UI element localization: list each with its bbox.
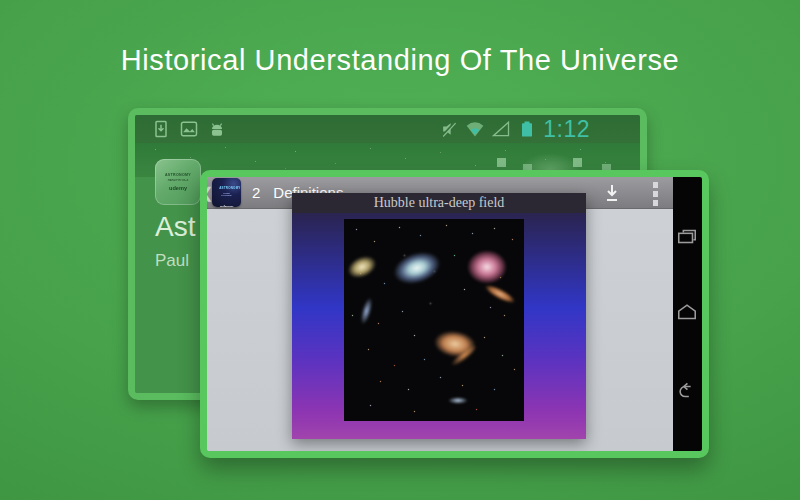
status-bar: 1:12 (135, 115, 640, 143)
galaxy-blob (448, 397, 468, 404)
starfield-speckles (135, 143, 136, 144)
star-mark (497, 158, 506, 167)
slide-title-strip: Hubble ultra-deep field (292, 193, 586, 213)
battery-icon (517, 118, 537, 140)
slide-gradient-body (292, 213, 586, 439)
download-icon (151, 118, 171, 140)
back-button[interactable] (676, 381, 698, 403)
galaxy-blob (467, 250, 507, 284)
star-dots (344, 219, 345, 220)
app-icon-button[interactable]: ASTRONOMY HARD PHYSICS udemy (212, 178, 241, 207)
galaxy-blob (344, 252, 380, 283)
galaxy-blob (358, 296, 374, 325)
hubble-deep-field-image (344, 219, 524, 421)
galaxy-blob (390, 246, 445, 289)
download-button[interactable] (602, 183, 622, 203)
home-button[interactable] (676, 301, 698, 323)
gallery-icon (179, 118, 199, 140)
overflow-menu-button[interactable] (648, 179, 662, 207)
promo-stage: Historical Understanding Of The Universe (0, 0, 800, 500)
page-title: Historical Understanding Of The Universe (0, 44, 800, 77)
front-device-frame: ❮ ASTRONOMY HARD PHYSICS udemy 2Definiti… (200, 170, 709, 458)
recent-apps-button[interactable] (676, 226, 698, 248)
front-device-screen: ❮ ASTRONOMY HARD PHYSICS udemy 2Definiti… (207, 177, 702, 451)
slide-number: 2 (252, 177, 260, 209)
mute-icon (439, 118, 459, 140)
slide-title: Hubble ultra-deep field (374, 195, 505, 210)
clock: 1:12 (543, 118, 590, 140)
slide-viewer-app: ❮ ASTRONOMY HARD PHYSICS udemy 2Definiti… (207, 177, 673, 451)
star-mark (573, 158, 582, 167)
back-icon (676, 381, 698, 403)
galaxy-blob (483, 282, 518, 307)
signal-icon (491, 118, 511, 140)
wifi-icon (465, 118, 485, 140)
home-icon (676, 301, 698, 323)
course-app-icon: ASTRONOMY HARD PHYSICS udemy (155, 159, 201, 205)
instructor-name-text: Paul (155, 251, 189, 271)
slide[interactable]: Hubble ultra-deep field (292, 193, 586, 439)
android-nav-bar (673, 177, 702, 451)
recent-apps-icon (676, 226, 698, 248)
course-title-text: Ast (155, 211, 195, 243)
android-icon (207, 118, 227, 140)
